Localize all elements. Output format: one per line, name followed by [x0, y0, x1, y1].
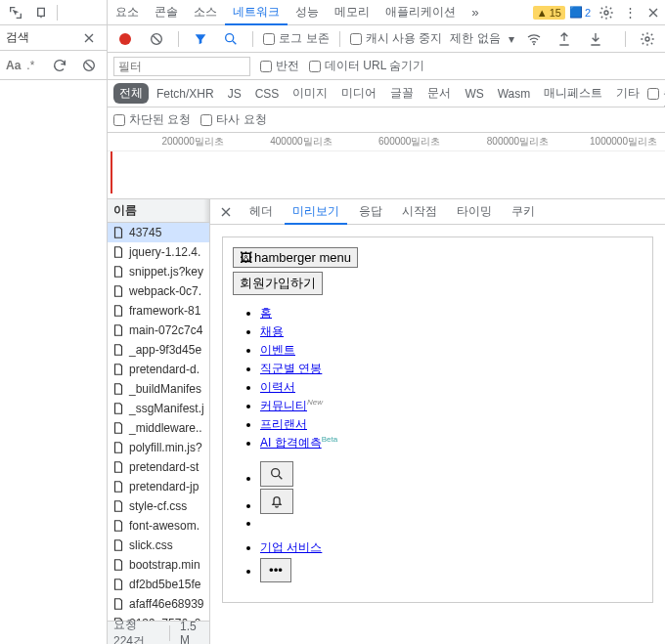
hide-dataurl-checkbox[interactable]: 데이터 URL 숨기기 — [309, 58, 424, 74]
throttle-select[interactable]: 제한 없음 — [450, 30, 500, 47]
names-header[interactable]: 이름 — [108, 199, 209, 223]
request-row[interactable]: df2bd5be15fe — [108, 575, 209, 594]
request-row[interactable]: afaff46e68939 — [108, 594, 209, 614]
type-filters: 전체Fetch/XHRJSCSS이미지미디어글꼴문서WSWasm매니페스트기타차… — [108, 80, 665, 107]
preview-bell-button[interactable] — [260, 489, 293, 514]
blocked-cookies-checkbox[interactable]: 차단된 쿠키 있음 — [647, 80, 665, 107]
request-row[interactable]: style-cf.css — [108, 496, 209, 516]
tab-preview[interactable]: 미리보기 — [285, 200, 347, 225]
type-chip-문서[interactable]: 문서 — [421, 83, 457, 104]
filter-input[interactable] — [113, 57, 250, 76]
tab-elements[interactable]: 요소 — [108, 0, 147, 24]
preserve-log-checkbox[interactable]: 로그 보존 — [263, 30, 329, 47]
tab-application[interactable]: 애플리케이션 — [377, 0, 464, 24]
request-row[interactable]: framework-81 — [108, 301, 209, 321]
nav-link[interactable]: 직군별 연봉 — [260, 362, 322, 375]
record-button[interactable] — [113, 28, 137, 50]
signup-button[interactable]: 회원가입하기 — [233, 272, 323, 295]
type-chip-매니페스트[interactable]: 매니페스트 — [538, 83, 608, 104]
type-chip-Wasm[interactable]: Wasm — [492, 85, 537, 103]
refresh-icon[interactable] — [48, 55, 71, 76]
filter-icon[interactable] — [189, 28, 212, 50]
request-row[interactable]: snippet.js?key — [108, 262, 209, 281]
tab-console[interactable]: 콘솔 — [147, 0, 186, 24]
aa-label[interactable]: Aa — [6, 59, 21, 72]
request-row[interactable]: jquery-1.12.4. — [108, 242, 209, 262]
nav-link[interactable]: 프리랜서 — [260, 417, 307, 431]
disable-cache-checkbox[interactable]: 캐시 사용 중지 — [350, 30, 443, 47]
clear-icon[interactable] — [77, 55, 101, 76]
request-row[interactable]: _middleware.. — [108, 418, 209, 438]
nav-link[interactable]: 이벤트 — [260, 343, 295, 357]
request-row[interactable]: bootstrap.min — [108, 555, 209, 575]
close-devtools-icon[interactable] — [642, 2, 665, 23]
tab-performance[interactable]: 성능 — [288, 0, 327, 24]
settings-icon[interactable] — [595, 2, 618, 23]
broken-image-icon: hamberger menu — [240, 250, 351, 265]
close-detail-icon[interactable] — [214, 201, 238, 223]
type-chip-글꼴[interactable]: 글꼴 — [384, 83, 420, 104]
timeline[interactable]: 200000밀리초400000밀리초600000밀리초800000밀리초1000… — [108, 133, 665, 199]
blocked-requests-checkbox[interactable]: 차단된 요청 — [113, 111, 191, 128]
regex-label[interactable]: .* — [26, 59, 34, 72]
clear-button[interactable] — [145, 28, 168, 50]
names-list[interactable]: 43745jquery-1.12.4.snippet.js?keywebpack… — [108, 223, 209, 621]
request-row[interactable]: 43745 — [108, 223, 209, 242]
upload-icon[interactable] — [554, 28, 577, 50]
search-label: 검색 — [6, 29, 29, 46]
type-chip-기타[interactable]: 기타 — [610, 83, 645, 104]
request-row[interactable]: pretendard-jp — [108, 477, 209, 496]
device-icon[interactable] — [29, 2, 53, 23]
third-party-checkbox[interactable]: 타사 요청 — [200, 111, 266, 128]
gear-icon[interactable] — [636, 28, 659, 50]
tab-headers[interactable]: 헤더 — [242, 199, 281, 224]
nav-link[interactable]: 커뮤니티 — [260, 399, 307, 412]
request-row[interactable]: slick.css — [108, 536, 209, 555]
nav-link[interactable]: AI 합격예측 — [260, 436, 322, 450]
kebab-icon[interactable]: ⋮ — [618, 2, 642, 23]
close-icon[interactable] — [77, 27, 101, 49]
warnings-badge[interactable]: ▲ 15 — [533, 6, 565, 20]
type-chip-JS[interactable]: JS — [222, 85, 247, 103]
type-chip-미디어[interactable]: 미디어 — [335, 83, 382, 104]
more-tabs-icon[interactable]: » — [464, 2, 487, 23]
tab-memory[interactable]: 메모리 — [327, 0, 377, 24]
type-chip-WS[interactable]: WS — [459, 85, 489, 103]
search-icon[interactable] — [219, 28, 243, 50]
type-chip-CSS[interactable]: CSS — [249, 85, 286, 103]
left-find-row: Aa .* — [0, 51, 107, 80]
tab-timing[interactable]: 타이밍 — [449, 199, 500, 224]
chevron-down-icon[interactable]: ▾ — [509, 32, 514, 46]
request-row[interactable]: _app-9f3d45e — [108, 340, 209, 360]
hamburger-button[interactable]: hamberger menu — [233, 247, 358, 268]
inspect-icon[interactable] — [4, 2, 27, 23]
request-row[interactable]: main-072c7c4 — [108, 321, 209, 340]
type-chip-이미지[interactable]: 이미지 — [287, 83, 333, 104]
download-icon[interactable] — [584, 28, 607, 50]
preview-search-button[interactable] — [260, 461, 293, 487]
type-chip-Fetch/XHR[interactable]: Fetch/XHR — [151, 85, 220, 103]
request-row[interactable]: _ssgManifest.j — [108, 399, 209, 418]
detail-tabs: 헤더 미리보기 응답 시작점 타이밍 쿠키 — [210, 199, 665, 225]
request-row[interactable]: polyfill.min.js? — [108, 438, 209, 457]
tab-sources[interactable]: 소스 — [186, 0, 225, 24]
request-row[interactable]: webpack-0c7. — [108, 281, 209, 301]
tab-network[interactable]: 네트워크 — [225, 1, 288, 25]
tab-response[interactable]: 응답 — [351, 199, 390, 224]
tab-initiator[interactable]: 시작점 — [394, 199, 445, 224]
corp-service-link[interactable]: 기업 서비스 — [260, 540, 322, 554]
preview-more-button[interactable]: ••• — [260, 558, 291, 582]
request-row[interactable]: pretendard-st — [108, 457, 209, 477]
request-row[interactable]: font-awesom. — [108, 516, 209, 536]
left-search-row: 검색 — [0, 25, 107, 51]
info-badge[interactable]: 🟦 2 — [565, 5, 595, 20]
wifi-icon[interactable] — [522, 28, 546, 50]
nav-link[interactable]: 홈 — [260, 306, 272, 320]
nav-link[interactable]: 이력서 — [260, 380, 295, 394]
nav-link[interactable]: 채용 — [260, 324, 284, 338]
request-row[interactable]: _buildManifes — [108, 379, 209, 399]
tab-cookies[interactable]: 쿠키 — [504, 199, 543, 224]
request-row[interactable]: pretendard-d. — [108, 360, 209, 379]
type-chip-전체[interactable]: 전체 — [113, 83, 149, 104]
invert-checkbox[interactable]: 반전 — [260, 58, 299, 74]
